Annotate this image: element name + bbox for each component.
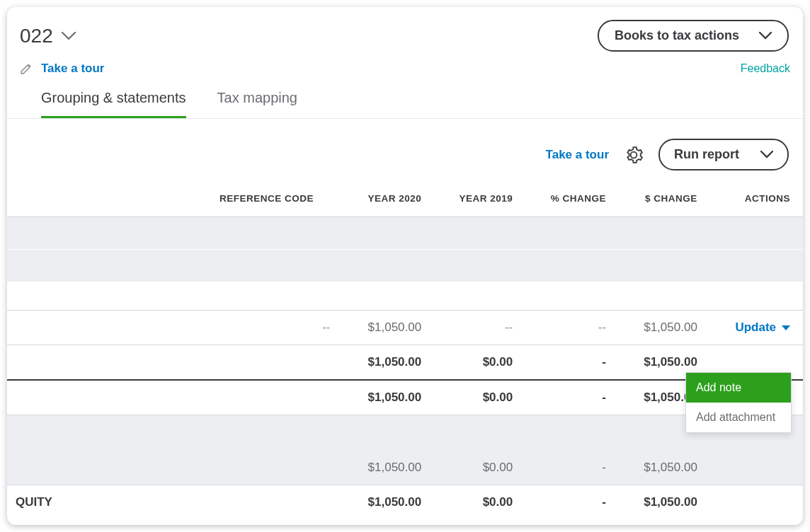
financial-table: REFERENCE CODE YEAR 2020 YEAR 2019 % CHA…: [7, 183, 803, 519]
col-reference-code: REFERENCE CODE: [219, 183, 343, 217]
table-row: $1,050.00 $0.00 - $1,050.00: [7, 345, 803, 381]
cell-y2019: $0.00: [434, 380, 525, 415]
year-value: 022: [20, 25, 53, 47]
col-pct-change: % CHANGE: [525, 183, 619, 217]
tabs: Grouping & statements Tax mapping: [7, 76, 803, 119]
chevron-down-icon: [759, 32, 772, 40]
update-label: Update: [735, 320, 776, 335]
books-to-tax-actions-button[interactable]: Books to tax actions: [598, 20, 789, 52]
caret-down-icon: [782, 325, 790, 330]
spacer-row: [7, 217, 803, 250]
chevron-down-icon: [760, 151, 773, 158]
dropdown-add-note[interactable]: Add note: [686, 373, 791, 403]
take-tour-label: Take a tour: [41, 62, 104, 76]
spacer-row: [7, 282, 803, 311]
table-row: $1,050.00 $0.00 - $1,050.00: [7, 451, 803, 485]
pencil-icon: [20, 62, 33, 75]
dropdown-add-attachment[interactable]: Add attachment: [686, 403, 791, 432]
cell-dollar: $1,050.00: [619, 485, 710, 519]
cell-pct: -: [525, 485, 619, 519]
col-actions: ACTIONS: [710, 183, 803, 217]
spacer-row: [7, 415, 803, 451]
table-row: QUITY $1,050.00 $0.00 - $1,050.00: [7, 485, 803, 519]
cell-y2020: $1,050.00: [343, 311, 434, 345]
run-report-button[interactable]: Run report: [658, 139, 789, 170]
year-selector[interactable]: 022: [20, 25, 76, 47]
update-action[interactable]: Update: [735, 320, 790, 335]
table-row: $1,050.00 $0.00 - $1,050.00: [7, 380, 803, 415]
row-label: QUITY: [7, 485, 219, 519]
take-tour-link[interactable]: Take a tour: [20, 62, 104, 76]
cell-y2019: $0.00: [434, 485, 525, 519]
gear-icon[interactable]: [624, 146, 643, 164]
run-report-label: Run report: [674, 147, 739, 162]
chevron-down-icon: [62, 32, 76, 40]
cell-dollar: $1,050.00: [619, 451, 710, 485]
cell-dollar: $1,050.00: [619, 311, 710, 345]
cell-y2019: $0.00: [434, 451, 525, 485]
spacer-row: [7, 250, 803, 282]
books-to-tax-label: Books to tax actions: [615, 28, 739, 43]
cell-y2020: $1,050.00: [343, 451, 434, 485]
col-year-2019: YEAR 2019: [434, 183, 525, 217]
actions-dropdown-menu: Add note Add attachment: [685, 372, 792, 433]
cell-y2020: $1,050.00: [343, 345, 434, 381]
take-tour-link-secondary[interactable]: Take a tour: [546, 148, 609, 162]
cell-y2020: $1,050.00: [343, 485, 434, 519]
col-dollar-change: $ CHANGE: [619, 183, 710, 217]
col-year-2020: YEAR 2020: [343, 183, 434, 217]
cell-pct: --: [525, 311, 619, 345]
cell-pct: -: [525, 380, 619, 415]
tab-tax-mapping[interactable]: Tax mapping: [217, 90, 297, 118]
cell-pct: -: [525, 345, 619, 381]
cell-ref: --: [219, 311, 343, 345]
cell-y2019: $0.00: [434, 345, 525, 381]
cell-pct: -: [525, 451, 619, 485]
cell-y2020: $1,050.00: [343, 380, 434, 415]
tab-grouping-statements[interactable]: Grouping & statements: [41, 90, 186, 118]
cell-y2019: --: [434, 311, 525, 345]
feedback-link[interactable]: Feedback: [741, 62, 790, 75]
table-row: -- $1,050.00 -- -- $1,050.00 Update: [7, 311, 803, 345]
